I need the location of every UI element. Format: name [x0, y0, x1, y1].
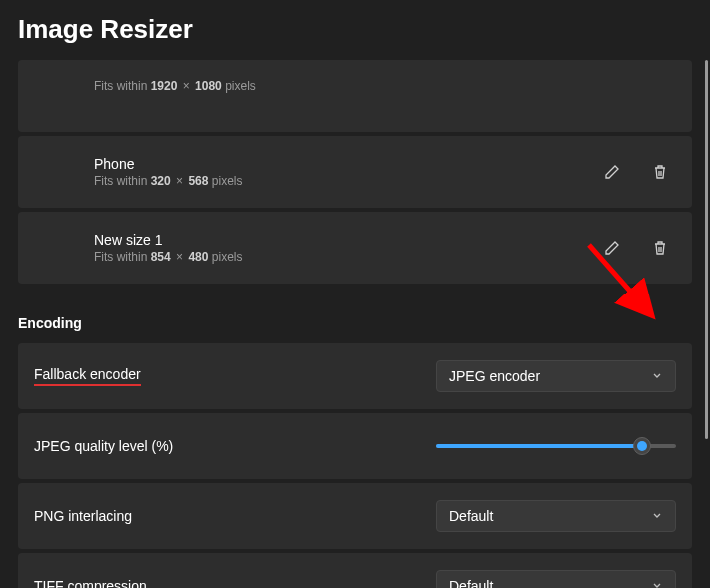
times-icon: × [183, 79, 190, 93]
slider-fill [436, 444, 642, 448]
times-icon: × [176, 174, 183, 188]
slider-thumb[interactable] [633, 437, 651, 455]
preset-title: New size 1 [94, 232, 242, 248]
tiff-compression-dropdown[interactable]: Default [436, 570, 676, 588]
dropdown-value: JPEG encoder [449, 368, 540, 384]
jpeg-quality-slider[interactable] [436, 436, 676, 456]
fits-prefix: Fits within [94, 79, 147, 93]
preset-width: 1920 [151, 79, 178, 93]
chevron-down-icon [651, 578, 663, 588]
scrollbar[interactable] [705, 60, 708, 439]
preset-subtitle: Fits within 320 × 568 pixels [94, 174, 242, 188]
chevron-down-icon [651, 368, 663, 384]
preset-height: 480 [188, 250, 208, 264]
page-header: Image Resizer [0, 0, 710, 63]
preset-height: 1080 [195, 79, 222, 93]
setting-jpeg-quality: JPEG quality level (%) [18, 413, 692, 479]
setting-png-interlacing: PNG interlacing Default [18, 483, 692, 549]
chevron-down-icon [651, 508, 663, 524]
fits-prefix: Fits within [94, 174, 147, 188]
dropdown-value: Default [449, 508, 493, 524]
preset-text: New size 1 Fits within 854 × 480 pixels [76, 232, 242, 264]
preset-actions [602, 238, 676, 258]
tiff-compression-label: TIFF compression [34, 578, 147, 588]
preset-width: 854 [151, 250, 171, 264]
trash-icon[interactable] [650, 238, 670, 258]
preset-height: 568 [188, 174, 208, 188]
preset-row-newsize1[interactable]: New size 1 Fits within 854 × 480 pixels [18, 212, 692, 284]
section-heading-encoding: Encoding [18, 315, 698, 331]
edit-icon[interactable] [602, 238, 622, 258]
png-interlacing-dropdown[interactable]: Default [436, 500, 676, 532]
pixels-suffix: pixels [225, 79, 256, 93]
preset-width: 320 [151, 174, 171, 188]
settings-scroll-area: Fits within 1920 × 1080 pixels Phone Fit… [18, 60, 698, 588]
pixels-suffix: pixels [212, 250, 243, 264]
setting-fallback-encoder: Fallback encoder JPEG encoder [18, 343, 692, 409]
setting-label: Fallback encoder [34, 366, 141, 386]
dropdown-value: Default [449, 578, 493, 588]
jpeg-quality-label: JPEG quality level (%) [34, 438, 173, 454]
fits-prefix: Fits within [94, 250, 147, 264]
fallback-encoder-dropdown[interactable]: JPEG encoder [436, 360, 676, 392]
preset-subtitle: Fits within 854 × 480 pixels [94, 250, 242, 264]
pixels-suffix: pixels [212, 174, 243, 188]
preset-actions [602, 162, 676, 182]
trash-icon[interactable] [650, 162, 670, 182]
fallback-encoder-label: Fallback encoder [34, 366, 141, 386]
preset-subtitle: Fits within 1920 × 1080 pixels [94, 79, 256, 93]
times-icon: × [176, 250, 183, 264]
setting-tiff-compression: TIFF compression Default [18, 553, 692, 588]
preset-row-phone[interactable]: Phone Fits within 320 × 568 pixels [18, 136, 692, 208]
edit-icon[interactable] [602, 162, 622, 182]
page-title: Image Resizer [18, 14, 692, 45]
preset-title: Phone [94, 156, 242, 172]
preset-row-partial[interactable]: Fits within 1920 × 1080 pixels [18, 60, 692, 132]
png-interlacing-label: PNG interlacing [34, 508, 132, 524]
preset-text: Phone Fits within 320 × 568 pixels [76, 156, 242, 188]
